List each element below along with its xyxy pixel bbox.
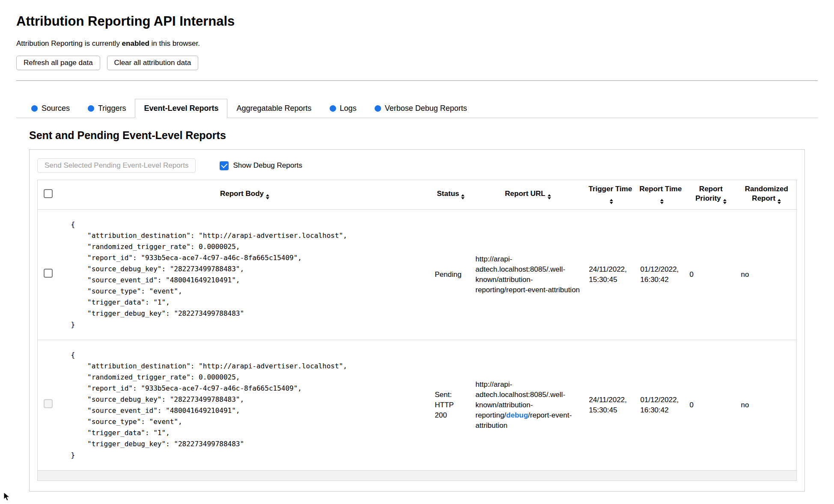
refresh-all-button[interactable]: Refresh all page data [16,56,100,70]
show-debug-reports-checkbox[interactable] [220,161,229,170]
section-heading: Sent and Pending Event-Level Reports [29,129,818,142]
report-body-json: { "attribution_destination": "http://ara… [63,219,426,330]
tab-label: Sources [42,104,70,113]
status-cell: Pending [431,210,471,340]
column-header-trigger-time[interactable]: Trigger Time [585,180,636,210]
tab-event-level-reports[interactable]: Event-Level Reports [135,99,227,118]
tab-aggregatable-reports[interactable]: Aggregatable Reports [227,99,320,118]
tab-triggers[interactable]: Triggers [79,99,135,118]
status-text-suffix: in this browser. [149,39,200,47]
tab-label: Triggers [98,104,126,113]
table-header-row: Report Body Status Report URL Trigger Ti… [38,180,797,210]
event-level-reports-panel: Send Selected Pending Event-Level Report… [29,149,805,492]
report-time-cell: 01/12/2022, 16:30:42 [636,340,685,471]
report-body-json: { "attribution_destination": "http://ara… [63,350,426,461]
sort-arrows-icon [548,194,551,199]
event-level-reports-table: Report Body Status Report URL Trigger Ti… [37,180,797,481]
report-row: { "attribution_destination": "http://ara… [38,340,797,471]
row-select-checkbox-disabled [44,399,53,408]
trigger-time-cell: 24/11/2022, 15:30:45 [585,340,636,471]
column-header-label: Report Priority [695,185,723,202]
row-select-checkbox[interactable] [44,269,53,278]
sort-arrows-icon [266,194,269,199]
mouse-cursor-icon [3,492,10,501]
sort-arrows-icon [660,199,664,204]
status-line: Attribution Reporting is currently enabl… [16,39,818,48]
tab-verbose-debug-reports[interactable]: Verbose Debug Reports [366,99,476,118]
sort-arrows-icon [777,199,781,204]
column-header-label: Report Time [640,185,682,193]
clear-all-button[interactable]: Clear all attribution data [107,56,199,70]
blue-dot-icon [330,105,336,112]
send-selected-pending-button[interactable]: Send Selected Pending Event-Level Report… [37,158,196,173]
trigger-time-cell: 24/11/2022, 15:30:45 [585,210,636,340]
blue-dot-icon [375,105,381,112]
sort-arrows-icon [461,194,465,199]
report-row: { "attribution_destination": "http://ara… [38,210,797,340]
row-select-cell [38,340,59,471]
report-priority-cell: 0 [685,340,737,471]
sort-arrows-icon [610,199,613,204]
report-body-cell: { "attribution_destination": "http://ara… [59,340,431,471]
table-footer-row [38,471,797,481]
report-body-cell: { "attribution_destination": "http://ara… [59,210,431,340]
report-url-cell: http://arapi-adtech.localhost:8085/.well… [471,210,585,340]
report-controls: Send Selected Pending Event-Level Report… [37,158,797,173]
page-title: Attribution Reporting API Internals [16,14,818,29]
column-header-report-body[interactable]: Report Body [59,180,431,210]
randomized-report-cell: no [737,210,797,340]
column-header-label: Trigger Time [589,185,632,193]
column-header-label: Report URL [505,190,545,198]
randomized-report-cell: no [737,340,797,471]
status-enabled-text: enabled [122,39,149,47]
select-all-header[interactable] [38,180,59,210]
tab-sources[interactable]: Sources [22,99,79,118]
column-header-report-url[interactable]: Report URL [471,180,585,210]
column-header-label: Status [437,190,459,198]
column-header-label: Randomized Report [745,185,788,202]
column-header-report-time[interactable]: Report Time [636,180,685,210]
status-text-prefix: Attribution Reporting is currently [16,39,122,47]
column-header-label: Report Body [220,190,264,198]
report-time-cell: 01/12/2022, 16:30:42 [636,210,685,340]
tab-label: Event-Level Reports [144,104,218,113]
status-cell: Sent: HTTP 200 [431,340,471,471]
column-header-status[interactable]: Status [431,180,471,210]
sort-arrows-icon [723,199,727,204]
blue-dot-icon [88,105,94,112]
column-header-randomized-report[interactable]: Randomized Report [737,180,797,210]
select-all-checkbox[interactable] [44,189,53,198]
show-debug-reports-toggle[interactable]: Show Debug Reports [220,161,302,170]
divider-line [16,80,818,81]
table-footer-strip [38,471,797,481]
column-header-report-priority[interactable]: Report Priority [685,180,737,210]
show-debug-reports-label: Show Debug Reports [233,161,302,170]
page-actions: Refresh all page data Clear all attribut… [16,56,818,70]
tab-bar: Sources Triggers Event-Level Reports Agg… [16,99,818,118]
tab-label: Verbose Debug Reports [385,104,467,113]
report-priority-cell: 0 [685,210,737,340]
tab-logs[interactable]: Logs [321,99,366,118]
report-url-cell: http://arapi-adtech.localhost:8085/.well… [471,340,585,471]
report-url-debug-part: debug [506,411,528,419]
row-select-cell [38,210,59,340]
tab-label: Logs [340,104,357,113]
tab-label: Aggregatable Reports [236,104,311,113]
report-url-suffix: report-event-attribution [506,286,580,294]
blue-dot-icon [31,105,38,112]
